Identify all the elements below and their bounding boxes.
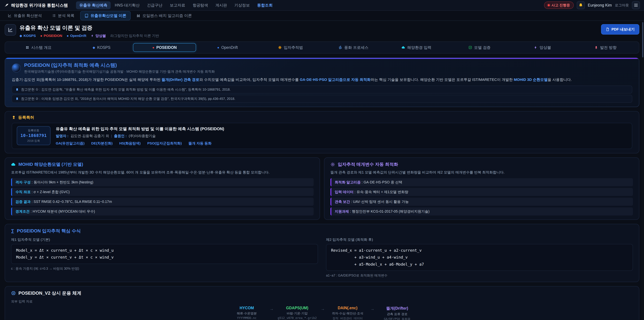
section-particle-tracking[interactable]: 입자추적법 xyxy=(259,43,322,52)
cpu-icon xyxy=(11,291,16,295)
mohid-card-title: MOHID 해양순환모델 (기반 모델) xyxy=(18,161,83,167)
source-desc: 바람·기온·기압 xyxy=(278,311,317,316)
app-logo[interactable]: 해양환경 위기대응 통합시스템 xyxy=(4,3,68,8)
reference-text: 참고문헌 ① : 김도연·김용혁, "유출유 확산 예측을 위한 입자 추적 모… xyxy=(21,87,230,92)
spec-value: : GA·DE·HS·PSO 중 선택 xyxy=(360,180,402,184)
page-tags: ◆KOSPS ●POSEIDON ●OpenDrift 앙상블 라그랑지안 입자… xyxy=(20,33,159,38)
incident-status-badge[interactable]: 사고 진행중 xyxy=(544,2,574,9)
pdf-export-label: PDF 내보내기 xyxy=(612,27,634,32)
tag-opendrift: ●OpenDrift xyxy=(66,34,86,38)
description-text: 김충기·김도연 외(등록특허 10-1868791, 2018)가 개발한 PO… xyxy=(12,78,162,82)
description-text: 와 수치모델 예측값을 비교하여, 입자추적 모델의 매개변수를 xyxy=(200,78,300,82)
page-subtitle: 라그랑지안 입자추적 이론 기반 xyxy=(110,33,159,38)
scrollbar-track[interactable] xyxy=(642,21,644,320)
diamond-icon: ◆ xyxy=(92,46,95,49)
analysis-chart-icon xyxy=(8,14,12,18)
section-ocean-env-input[interactable]: 해양환경 입력 xyxy=(385,43,448,52)
tag-poseidon: ●POSEIDON xyxy=(40,34,62,38)
cloud-icon xyxy=(402,46,405,49)
external-input-label: 외부 입력 자료 xyxy=(11,299,633,304)
lightning-icon xyxy=(534,46,538,49)
inventor-names: 김도연·김용혁·김충기 외 xyxy=(70,134,109,138)
section-model-validation[interactable]: 모델 검증 xyxy=(448,43,511,52)
fence-icon xyxy=(136,14,140,18)
mohid-description: 포르투갈 IST/MARETEC에서 1985년부터 개발한 3D 수치 해양순… xyxy=(11,170,314,175)
menu-button[interactable] xyxy=(632,1,640,9)
spec-label: 지원과제 xyxy=(335,209,349,213)
section-label: 앙상블 xyxy=(540,45,551,50)
wing-logo-icon xyxy=(4,3,9,8)
tag-pso[interactable]: PSO(입자군집최적화) xyxy=(147,141,182,146)
input-sources-flow: HYCOM 해류·수온염분 YYYYMMDD.nc → GDAPS(UM) 바람… xyxy=(11,306,633,320)
cloud-icon xyxy=(11,162,16,167)
mohid-spec-rows: 격자 구성 : 동아시아 9km + 한반도 3km (Nesting) 수직 … xyxy=(11,178,314,215)
model2-code-block: Revised_x = a1·current_u + a2·current_v … xyxy=(326,244,633,271)
section-label: 시스템 개요 xyxy=(31,45,52,50)
tab-spill-analysis[interactable]: 유출유 확산분석 xyxy=(3,11,46,20)
source-desc: 해류·수온염분 xyxy=(228,311,266,316)
grid-icon xyxy=(26,46,29,49)
tab-analysis-list[interactable]: 분석 목록 xyxy=(48,11,79,20)
tag-kosps: ◆KOSPS xyxy=(20,34,36,38)
nav-item-oil-spill-prediction[interactable]: 유출유 확산예측 xyxy=(76,1,111,9)
nav-item-emergency-rescue[interactable]: 긴급구난 xyxy=(144,1,166,9)
globe-orb-icon xyxy=(12,64,21,73)
section-label: 모델 검증 xyxy=(474,45,490,50)
formula-columns: 제1 입자추적 모델 (기본) Model_x = Δt × current_u… xyxy=(11,234,633,278)
section-ensemble[interactable]: 앙상블 xyxy=(511,43,574,52)
topbar: 해양환경 위기대응 통합시스템 유출유 확산예측 HNS·대기확산 긴급구난 보… xyxy=(0,0,644,11)
section-future-direction[interactable]: 발전 방향 xyxy=(574,43,637,52)
tab-label: 분석 목록 xyxy=(58,13,74,18)
wind-icon xyxy=(338,46,342,49)
tab-label: 유출유 확산분석 xyxy=(14,13,42,18)
spec-label: 최적화 알고리즘 xyxy=(335,180,360,184)
section-poseidon[interactable]: ●POSEIDON xyxy=(133,43,196,52)
flow-arrow-icon: → xyxy=(270,306,274,311)
nav-item-aerial-search[interactable]: 항공탐색 xyxy=(189,1,212,9)
tag-hs[interactable]: HS(화음탐색) xyxy=(119,141,140,146)
formula-card-title: POSEIDON 입자추적 핵심 수식 xyxy=(17,228,81,234)
nav-item-integrated-search[interactable]: 통합조회 xyxy=(254,1,276,9)
reference-text: 참고문헌 ② : 이재호·임병관·김도연 외, "2016년 동아시아 해역의 … xyxy=(21,97,235,101)
logout-link[interactable]: 로그아웃 xyxy=(615,3,629,8)
source-name: DAIN(.enc) xyxy=(329,306,366,310)
page-content: 유출유 확산 모델 이론 및 검증 ◆KOSPS ●POSEIDON ●Open… xyxy=(0,21,644,320)
section-opendrift[interactable]: ●OpenDrift xyxy=(196,43,259,52)
flow-arrow-icon: → xyxy=(370,306,374,311)
model2-label: 제2 입자추적 모델 (최적화 후) xyxy=(326,237,633,242)
source-desc: 관측 표류 경로 xyxy=(378,312,416,316)
tab-diffusion-model-theory[interactable]: 유출유확산모델 이론 xyxy=(80,11,131,20)
tag-de[interactable]: DE(차분진화) xyxy=(91,141,112,146)
nav-item-hns-atmospheric[interactable]: HNS·대기확산 xyxy=(111,1,143,9)
section-label: 풍화 프로세스 xyxy=(344,45,368,50)
spec-label: 입력 데이터 xyxy=(335,190,354,194)
tab-label: 오일펜스 배치 알고리즘 이론 xyxy=(142,13,192,18)
tab-oil-fence-algorithm-theory[interactable]: 오일펜스 배치 알고리즘 이론 xyxy=(132,11,196,20)
spec-label: 격자 구성 xyxy=(16,180,31,184)
meta-separator: | xyxy=(111,134,112,138)
nav-item-reports[interactable]: 보고자료 xyxy=(166,1,189,9)
section-kosps[interactable]: ◆KOSPS xyxy=(70,43,133,52)
source-hycom: HYCOM 해류·수온염분 YYYYMMDD.nc xyxy=(228,306,266,320)
nav-item-weather-info[interactable]: 기상정보 xyxy=(231,1,253,9)
incident-status-label: 사고 진행중 xyxy=(552,3,570,8)
optimization-card-header: 입자추적 매개변수 자동 최적화 xyxy=(330,161,633,167)
tag-drifter-assimilation[interactable]: 뜰개 자동 동화 xyxy=(188,141,212,146)
nav-item-board[interactable]: 게시판 xyxy=(212,1,230,9)
description-highlight: MOHID 3D 순환모델 xyxy=(514,78,548,82)
section-weathering-process[interactable]: 풍화 프로세스 xyxy=(322,43,385,52)
atom-icon xyxy=(278,46,282,49)
applicant-name: (주)아라종합기술 xyxy=(129,134,156,138)
tag-opendrift-label: OpenDrift xyxy=(70,34,86,38)
patent-meta: 발명자 : 김도연·김용혁·김충기 외 | 출원인 : (주)아라종합기술 xyxy=(56,134,224,138)
tag-ga[interactable]: GA(유전알고리즘) xyxy=(56,141,85,146)
pdf-export-button[interactable]: PDF 내보내기 xyxy=(601,24,639,35)
page-header: 유출유 확산 모델 이론 및 검증 ◆KOSPS ●POSEIDON ●Open… xyxy=(5,24,639,38)
spec-label: 검증 결과 xyxy=(16,200,31,204)
scrollbar-thumb[interactable] xyxy=(642,22,643,57)
notifications-button[interactable] xyxy=(577,1,585,9)
section-system-overview[interactable]: 시스템 개요 xyxy=(7,43,70,52)
page-title: 유출유 확산 모델 이론 및 검증 xyxy=(20,24,159,32)
mohid-card-header: MOHID 해양순환모델 (기반 모델) xyxy=(11,161,314,167)
v2-operation-card: POSEIDON_V2 상시 운용 체계 외부 입력 자료 HYCOM 해류·수… xyxy=(5,286,639,320)
